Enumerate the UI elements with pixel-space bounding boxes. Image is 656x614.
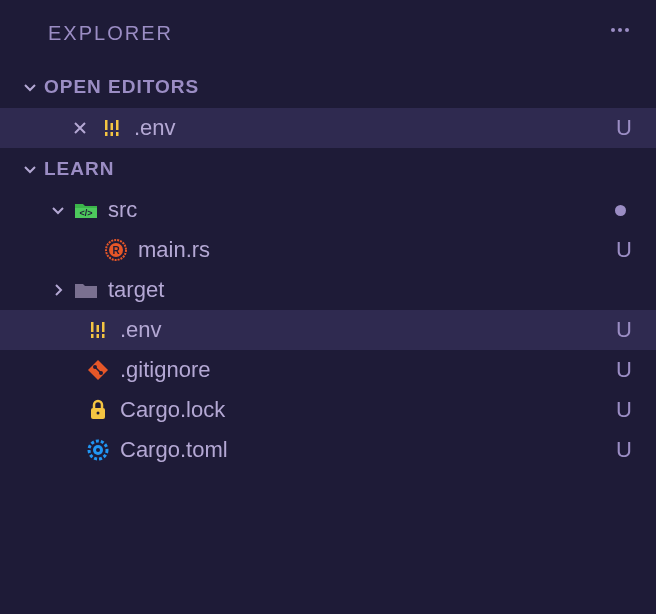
svg-point-23 xyxy=(97,412,100,415)
env-file-icon xyxy=(86,318,110,342)
file-label: .gitignore xyxy=(120,357,211,383)
chevron-down-icon xyxy=(20,159,40,179)
gear-file-icon xyxy=(86,438,110,462)
file-gitignore[interactable]: .gitignore U xyxy=(0,350,656,390)
chevron-right-icon xyxy=(48,280,68,300)
file-cargo-toml[interactable]: Cargo.toml U xyxy=(0,430,656,470)
svg-point-26 xyxy=(96,448,100,452)
svg-rect-13 xyxy=(91,322,94,332)
explorer-title: EXPLORER xyxy=(48,22,173,45)
git-status-badge: U xyxy=(616,437,632,463)
svg-rect-16 xyxy=(91,334,94,338)
chevron-down-icon xyxy=(20,77,40,97)
git-status-badge: U xyxy=(616,115,632,141)
svg-rect-14 xyxy=(97,325,100,332)
file-main-rs[interactable]: R main.rs U xyxy=(0,230,656,270)
env-file-icon xyxy=(100,116,124,140)
folder-target[interactable]: target xyxy=(0,270,656,310)
svg-rect-4 xyxy=(111,123,114,130)
folder-icon xyxy=(74,278,98,302)
folder-label: src xyxy=(108,197,137,223)
git-status-badge: U xyxy=(616,357,632,383)
open-editors-title: OPEN EDITORS xyxy=(44,76,199,98)
file-label: main.rs xyxy=(138,237,210,263)
git-file-icon xyxy=(86,358,110,382)
file-label: Cargo.lock xyxy=(120,397,225,423)
open-editor-item[interactable]: .env U xyxy=(0,108,656,148)
close-icon[interactable] xyxy=(68,116,92,140)
lock-file-icon xyxy=(86,398,110,422)
modified-dot-icon xyxy=(615,205,626,216)
svg-rect-18 xyxy=(102,334,105,338)
folder-src-icon: </> xyxy=(74,198,98,222)
chevron-down-icon xyxy=(48,200,68,220)
svg-point-2 xyxy=(625,28,629,32)
svg-rect-6 xyxy=(105,132,108,136)
rust-file-icon: R xyxy=(104,238,128,262)
file-label: .env xyxy=(120,317,162,343)
open-editors-section-header[interactable]: OPEN EDITORS xyxy=(0,66,656,108)
svg-text:</>: </> xyxy=(79,208,92,218)
file-env[interactable]: .env U xyxy=(0,310,656,350)
folder-src[interactable]: </> src xyxy=(0,190,656,230)
project-section-header[interactable]: LEARN xyxy=(0,148,656,190)
svg-rect-15 xyxy=(102,322,105,332)
svg-rect-17 xyxy=(97,334,100,338)
explorer-header: EXPLORER xyxy=(0,0,656,66)
svg-rect-8 xyxy=(116,132,119,136)
git-status-badge: U xyxy=(616,317,632,343)
more-actions-icon[interactable] xyxy=(608,18,632,48)
svg-rect-7 xyxy=(111,132,114,136)
file-cargo-lock[interactable]: Cargo.lock U xyxy=(0,390,656,430)
file-label: Cargo.toml xyxy=(120,437,228,463)
svg-text:R: R xyxy=(112,245,120,256)
svg-rect-3 xyxy=(105,120,108,130)
svg-point-1 xyxy=(618,28,622,32)
git-status-badge: U xyxy=(616,397,632,423)
folder-label: target xyxy=(108,277,164,303)
project-title: LEARN xyxy=(44,158,114,180)
file-label: .env xyxy=(134,115,176,141)
git-status-badge: U xyxy=(616,237,632,263)
svg-point-0 xyxy=(611,28,615,32)
svg-rect-5 xyxy=(116,120,119,130)
